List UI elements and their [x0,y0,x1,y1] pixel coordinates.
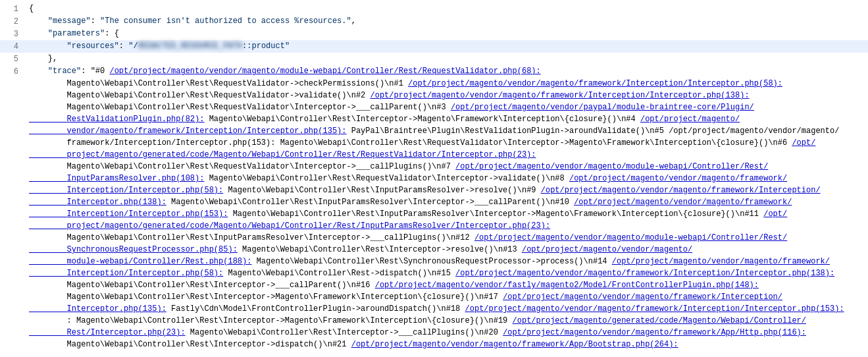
trace-line-1: Magento\Webapi\Controller\Rest\RequestVa… [0,78,868,90]
line-number-t2 [0,90,26,90]
code-line-4: 4 "resources": "/REDACTED_RESOURCE_PATH:… [0,40,868,53]
line-number-4: 4 [0,40,26,53]
code-line-2: 2 "message": "The consumer isn't authori… [0,15,868,28]
trace-link-6[interactable]: /opt/ project/magento/generated/code/Mag… [29,138,815,159]
trace-link-16[interactable]: /opt/project/magento/vendor/fastly/magen… [375,281,759,290]
line-content-2: "message": "The consumer isn't authorize… [26,15,868,27]
trace-content-4: Magento\Webapi\Controller\Rest\RequestVa… [26,161,868,232]
trace-link-0[interactable]: /opt/project/magento/vendor/magento/modu… [109,67,540,76]
line-number-t6 [0,339,26,339]
trace-link-1[interactable]: /opt/project/magento/vendor/magento/fram… [408,79,782,88]
code-line-5: 5 }, [0,53,868,65]
code-line-3: 3 "parameters": { [0,28,868,40]
trace-content-6: Magento\Webapi\Controller\Rest\Intercept… [26,339,868,350]
code-line-6: 6 "trace": "#0 /opt/project/magento/vend… [0,65,868,78]
trace-line-4: Magento\Webapi\Controller\Rest\RequestVa… [0,161,868,232]
trace-content-1: Magento\Webapi\Controller\Rest\RequestVa… [26,78,868,90]
trace-line-3: Magento\Webapi\Controller\Rest\RequestVa… [0,101,868,161]
line-number-1: 1 [0,3,26,15]
line-number-5: 5 [0,53,26,65]
trace-line-5: Magento\Webapi\Controller\Rest\InputPara… [0,232,868,339]
trace-link-20[interactable]: /opt/project/magento/vendor/magento/fram… [503,328,806,337]
line-content-6: "trace": "#0 /opt/project/magento/vendor… [26,65,868,77]
code-line-1: 1 { [0,3,868,15]
line-content-5: }, [26,53,868,65]
line-number-t3 [0,101,26,102]
trace-link-15[interactable]: /opt/project/magento/vendor/magento/fram… [455,269,834,278]
trace-line-6: Magento\Webapi\Controller\Rest\Intercept… [0,339,868,350]
trace-content-2: Magento\Webapi\Controller\Rest\RequestVa… [26,90,868,101]
code-viewer: 1 { 2 "message": "The consumer isn't aut… [0,0,868,357]
line-number-t5 [0,232,26,233]
trace-link-21[interactable]: /opt/project/magento/vendor/magento/fram… [351,340,678,349]
trace-content-5: Magento\Webapi\Controller\Rest\InputPara… [26,232,868,339]
line-content-4: "resources": "/REDACTED_RESOURCE_PATH::p… [26,40,868,52]
trace-link-2[interactable]: /opt/project/magento/vendor/magento/fram… [370,91,749,100]
line-number-t4 [0,161,26,161]
trace-content-3: Magento\Webapi\Controller\Rest\RequestVa… [26,101,868,161]
line-content-1: { [26,3,868,14]
trace-line-2: Magento\Webapi\Controller\Rest\RequestVa… [0,90,868,101]
line-number-2: 2 [0,15,26,28]
trace-link-18[interactable]: /opt/project/magento/vendor/magento/fram… [465,304,844,314]
line-content-3: "parameters": { [26,28,868,40]
line-number-t1 [0,78,26,78]
line-number-3: 3 [0,28,26,40]
line-number-6: 6 [0,65,26,78]
